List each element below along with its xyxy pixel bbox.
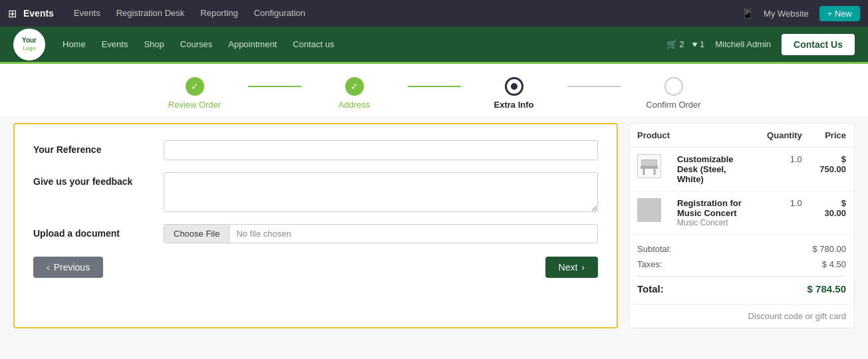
step-label-address: Address xyxy=(339,100,370,110)
col-quantity: Quantity xyxy=(759,124,810,148)
col-product: Product xyxy=(629,124,759,148)
step-circle-confirm xyxy=(664,77,683,96)
total-value: $ 784.50 xyxy=(807,283,846,295)
svg-rect-1 xyxy=(643,169,645,175)
chevron-left-icon: ‹ xyxy=(47,262,50,273)
product-thumbnail-desk xyxy=(637,154,661,178)
header-nav-home[interactable]: Home xyxy=(56,26,92,63)
svg-rect-3 xyxy=(642,160,657,166)
step-confirm-order: Confirm Order xyxy=(621,77,727,110)
product-qty-desk: 1.0 xyxy=(759,148,810,191)
logo-text: YourLogo xyxy=(22,37,37,52)
subtotal-row: Subtotal: $ 780.00 xyxy=(637,241,846,257)
discount-code-row[interactable]: Discount code or gift card xyxy=(629,304,854,328)
no-file-label: No file chosen xyxy=(229,225,597,243)
form-row-reference: Your Reference xyxy=(33,140,598,160)
taxes-value: $ 4.50 xyxy=(822,259,846,269)
header-nav-courses[interactable]: Courses xyxy=(174,26,219,63)
svg-rect-0 xyxy=(641,166,658,169)
form-row-upload: Upload a document Choose File No file ch… xyxy=(33,224,598,243)
next-label: Next xyxy=(559,262,578,273)
desk-icon xyxy=(638,155,660,178)
product-info-cell-desk: Customizable Desk (Steel, White) xyxy=(669,148,759,191)
product-info-cell-concert: Registration for Music Concert Music Con… xyxy=(669,191,759,235)
nav-registration-desk[interactable]: Registration Desk xyxy=(110,0,192,27)
user-menu[interactable]: Mitchell Admin xyxy=(715,39,771,49)
header-nav-contact-us[interactable]: Contact us xyxy=(286,26,341,63)
step-review-order: ✓ Review Order xyxy=(142,77,248,110)
step-circle-review: ✓ xyxy=(186,77,204,96)
table-row: Customizable Desk (Steel, White) 1.0 $ 7… xyxy=(629,148,854,191)
top-navigation: ⊞ Events Events Registration Desk Report… xyxy=(0,0,868,27)
reference-input[interactable] xyxy=(164,140,598,160)
form-row-feedback: Give us your feedback xyxy=(33,172,598,212)
contact-us-button[interactable]: Contact Us xyxy=(782,34,855,55)
subtotal-value: $ 780.00 xyxy=(812,244,846,254)
new-button[interactable]: + New xyxy=(819,6,860,21)
next-button[interactable]: Next › xyxy=(545,257,598,278)
wishlist-icon[interactable]: ♥ 1 xyxy=(692,39,705,49)
product-thumbnail-concert xyxy=(637,198,661,222)
product-price-desk: $ 750.00 xyxy=(810,148,854,191)
feedback-textarea[interactable] xyxy=(164,172,598,212)
step-connector-2 xyxy=(408,86,461,87)
step-circle-address: ✓ xyxy=(345,77,364,96)
product-qty-concert: 1.0 xyxy=(759,191,810,235)
header-nav-appointment[interactable]: Appointment xyxy=(221,26,283,63)
step-connector-3 xyxy=(567,86,621,87)
total-label: Total: xyxy=(637,283,664,295)
step-address: ✓ Address xyxy=(301,77,408,110)
header-nav-shop[interactable]: Shop xyxy=(137,26,170,63)
header-navigation: Home Events Shop Courses Appointment Con… xyxy=(56,26,666,63)
step-circle-extra xyxy=(505,77,523,96)
col-price: Price xyxy=(810,124,854,148)
nav-reporting[interactable]: Reporting xyxy=(194,0,244,27)
header-nav-events[interactable]: Events xyxy=(95,26,135,63)
checkout-steps: ✓ Review Order ✓ Address Extra Info Conf… xyxy=(0,64,868,116)
step-extra-info: Extra Info xyxy=(461,77,567,110)
main-content: Your Reference Give us your feedback Upl… xyxy=(0,116,868,335)
taxes-row: Taxes: $ 4.50 xyxy=(637,257,846,272)
step-label-review: Review Order xyxy=(168,100,221,110)
product-thumb-cell-concert xyxy=(629,191,669,235)
product-name-concert: Registration for Music Concert xyxy=(677,198,751,218)
choose-file-button[interactable]: Choose File xyxy=(164,225,229,243)
nav-configuration[interactable]: Configuration xyxy=(247,0,312,27)
step-connector-1 xyxy=(248,86,301,87)
website-header: YourLogo Home Events Shop Courses Appoin… xyxy=(0,27,868,64)
mobile-icon: 📱 xyxy=(741,7,754,20)
form-actions: ‹ Previous Next › xyxy=(33,257,598,278)
feedback-label: Give us your feedback xyxy=(33,172,153,187)
product-price-concert: $ 30.00 xyxy=(810,191,854,235)
order-table: Product Quantity Price xyxy=(629,124,854,235)
reference-label: Your Reference xyxy=(33,140,153,155)
product-name-desk: Customizable Desk (Steel, White) xyxy=(677,154,751,184)
header-icons: 🛒 2 ♥ 1 xyxy=(666,39,704,49)
brand-label: Events xyxy=(23,8,54,19)
nav-events[interactable]: Events xyxy=(67,0,107,27)
app-grid-icon[interactable]: ⊞ xyxy=(8,7,17,20)
step-label-extra: Extra Info xyxy=(494,100,534,110)
product-sub-concert: Music Concert xyxy=(677,218,751,227)
previous-label: Previous xyxy=(54,262,90,273)
previous-button[interactable]: ‹ Previous xyxy=(33,257,103,278)
summary-totals: Subtotal: $ 780.00 Taxes: $ 4.50 Total: … xyxy=(629,235,854,304)
file-upload-control: Choose File No file chosen xyxy=(164,224,598,243)
svg-rect-2 xyxy=(654,169,656,175)
cart-icon[interactable]: 🛒 2 xyxy=(666,39,684,49)
product-thumb-cell xyxy=(629,148,669,191)
subtotal-label: Subtotal: xyxy=(637,244,671,254)
taxes-label: Taxes: xyxy=(637,259,662,269)
order-summary: Product Quantity Price xyxy=(629,123,855,328)
logo[interactable]: YourLogo xyxy=(13,29,45,60)
my-website-button[interactable]: My Website xyxy=(764,9,809,19)
total-row: Total: $ 784.50 xyxy=(637,276,846,297)
step-label-confirm: Confirm Order xyxy=(646,100,700,110)
table-row: Registration for Music Concert Music Con… xyxy=(629,191,854,235)
extra-info-form: Your Reference Give us your feedback Upl… xyxy=(13,123,618,328)
upload-label: Upload a document xyxy=(33,224,153,239)
chevron-right-icon: › xyxy=(581,262,585,273)
